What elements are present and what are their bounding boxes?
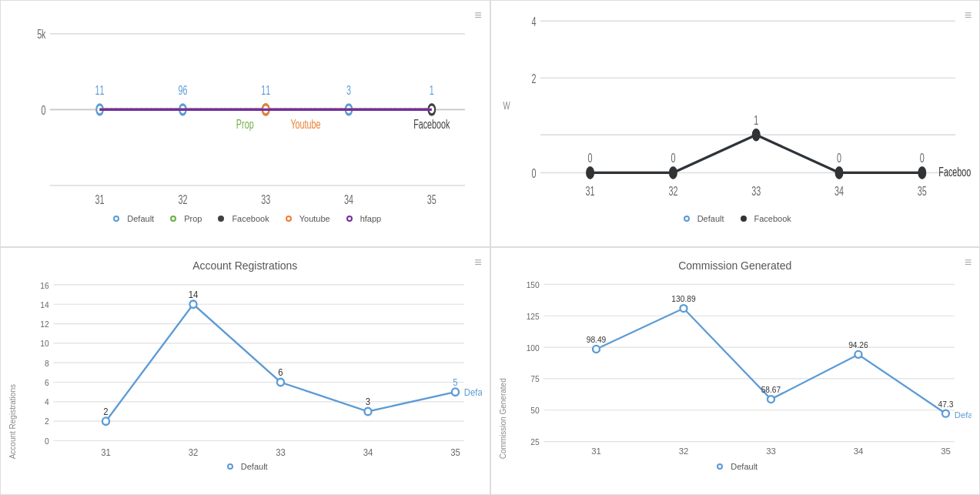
svg-text:Facebook: Facebook [938, 165, 972, 179]
svg-text:35: 35 [450, 447, 460, 457]
svg-text:125: 125 [526, 312, 539, 320]
svg-text:25: 25 [530, 438, 540, 447]
svg-text:0: 0 [45, 437, 49, 446]
bottom-left-chart-area: Account Registrations 16 14 12 10 [8, 276, 482, 459]
svg-text:W: W [503, 99, 510, 112]
svg-text:32: 32 [189, 447, 199, 457]
svg-point-83 [452, 388, 459, 396]
svg-text:4: 4 [531, 15, 536, 29]
legend-label-default: Default [127, 214, 154, 223]
legend-item-default-tr: Default [679, 214, 724, 223]
svg-text:Default: Default [464, 387, 482, 397]
legend-label-default-tr: Default [697, 214, 724, 223]
legend-item-default-bl: Default [222, 462, 268, 471]
legend-label-hfapp: hfapp [360, 214, 382, 223]
legend-label-default-br: Default [731, 462, 758, 471]
svg-text:33: 33 [261, 192, 270, 207]
svg-text:16: 16 [40, 281, 49, 289]
bottom-right-chart: Commission Generated ≡ Commission Genera… [490, 247, 981, 495]
bottom-left-legend: Default [8, 462, 482, 471]
top-left-legend: Default Prop Facebook Youtube hfapp [8, 214, 482, 223]
svg-point-80 [189, 300, 196, 308]
svg-text:50: 50 [530, 406, 540, 415]
svg-text:2: 2 [103, 406, 108, 416]
top-right-chart: ≡ 4 2 0 W 31 32 33 34 35 [490, 0, 981, 247]
svg-text:32: 32 [678, 446, 688, 455]
dashboard: ≡ 5k 0 31 32 33 34 35 11 96 [0, 0, 980, 495]
svg-text:96: 96 [178, 82, 187, 97]
svg-text:34: 34 [363, 447, 373, 457]
svg-text:34: 34 [835, 184, 844, 199]
svg-point-51 [670, 168, 677, 178]
legend-item-default: Default [109, 214, 154, 223]
svg-text:1: 1 [754, 113, 758, 128]
svg-text:3: 3 [366, 396, 370, 406]
svg-text:Default: Default [954, 410, 972, 420]
svg-text:33: 33 [276, 447, 286, 457]
svg-text:150: 150 [526, 281, 539, 289]
svg-text:58.67: 58.67 [761, 386, 781, 394]
svg-text:31: 31 [95, 192, 105, 207]
svg-text:8: 8 [45, 359, 49, 367]
bottom-left-chart: Account Registrations ≡ Account Registra… [0, 247, 490, 495]
top-left-svg: 5k 0 31 32 33 34 35 11 96 11 3 1 [8, 8, 482, 211]
legend-item-facebook-tr: Facebook [736, 214, 791, 223]
legend-label-facebook-tr: Facebook [754, 214, 791, 223]
svg-text:94.26: 94.26 [848, 341, 868, 350]
svg-text:6: 6 [45, 378, 49, 386]
svg-text:12: 12 [40, 319, 49, 328]
top-right-legend: Default Facebook [499, 214, 972, 223]
svg-point-107 [592, 346, 599, 353]
svg-text:31: 31 [585, 184, 594, 199]
svg-text:5: 5 [453, 376, 457, 386]
legend-item-prop: Prop [166, 214, 202, 223]
svg-text:6: 6 [278, 366, 283, 376]
legend-item-youtube: Youtube [281, 214, 330, 223]
bottom-left-svg: 16 14 12 10 8 6 4 2 0 31 32 33 34 35 [18, 276, 482, 459]
svg-text:0: 0 [671, 151, 675, 166]
svg-point-111 [942, 410, 948, 416]
bottom-right-legend: Default [499, 462, 972, 471]
svg-text:0: 0 [587, 151, 592, 166]
svg-point-110 [855, 351, 861, 358]
svg-point-53 [835, 168, 842, 178]
svg-text:98.49: 98.49 [586, 336, 606, 344]
svg-text:31: 31 [591, 446, 601, 455]
bottom-right-title: Commission Generated [499, 259, 972, 272]
svg-text:35: 35 [427, 192, 436, 207]
top-right-chart-area: 4 2 0 W 31 32 33 34 35 [499, 8, 972, 211]
legend-label-default-bl: Default [241, 462, 268, 471]
svg-point-79 [102, 417, 109, 425]
svg-text:5k: 5k [37, 27, 45, 42]
svg-text:32: 32 [668, 184, 677, 199]
svg-text:14: 14 [40, 300, 49, 309]
svg-text:47.3: 47.3 [938, 400, 953, 409]
legend-label-facebook: Facebook [232, 214, 269, 223]
svg-text:Facebook: Facebook [413, 117, 450, 132]
y-axis-label-accounts: Account Registrations [8, 276, 17, 459]
svg-text:31: 31 [101, 447, 111, 457]
svg-text:35: 35 [917, 184, 926, 199]
svg-point-50 [587, 168, 594, 178]
svg-text:3: 3 [346, 82, 351, 97]
svg-point-52 [752, 130, 759, 140]
svg-text:1: 1 [430, 82, 434, 97]
svg-text:0: 0 [837, 151, 841, 166]
y-axis-label-commission: Commission Generated [499, 276, 507, 459]
top-left-chart: ≡ 5k 0 31 32 33 34 35 11 96 [0, 0, 490, 247]
legend-label-youtube: Youtube [299, 214, 330, 223]
bottom-left-menu-icon[interactable]: ≡ [474, 256, 481, 269]
svg-text:34: 34 [853, 446, 863, 455]
svg-text:33: 33 [766, 446, 776, 455]
bottom-right-svg: 150 125 100 75 50 25 31 32 33 34 35 [509, 276, 972, 459]
svg-text:Prop: Prop [236, 117, 254, 132]
legend-item-facebook: Facebook [213, 214, 269, 223]
svg-text:0: 0 [919, 151, 924, 166]
svg-text:11: 11 [95, 82, 105, 97]
bottom-right-menu-icon[interactable]: ≡ [965, 256, 972, 269]
svg-point-109 [767, 396, 774, 403]
svg-point-108 [680, 305, 687, 312]
legend-label-prop: Prop [184, 214, 202, 223]
svg-text:35: 35 [941, 446, 951, 455]
svg-text:75: 75 [530, 375, 540, 383]
